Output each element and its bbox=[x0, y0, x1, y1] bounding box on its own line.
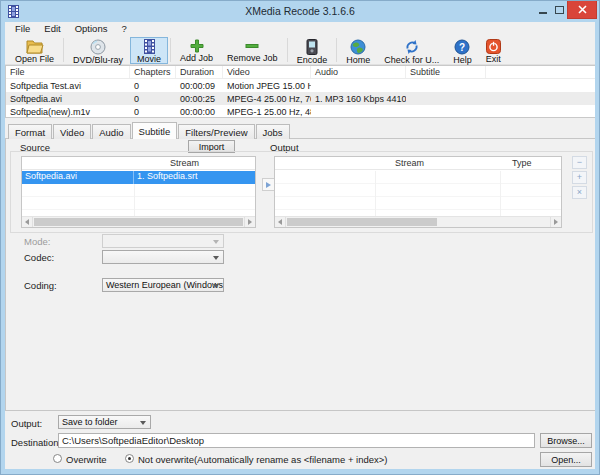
file-list-header: File Chapters Duration Video Audio Subti… bbox=[6, 66, 595, 79]
cell-audio: 1. MP3 160 Kbps 44100 H... bbox=[311, 94, 406, 104]
close-icon bbox=[578, 5, 587, 14]
source-horizontal-scrollbar[interactable] bbox=[22, 216, 255, 227]
globe-icon bbox=[350, 39, 366, 55]
stream-minus-button[interactable]: − bbox=[572, 156, 587, 169]
power-icon bbox=[486, 39, 501, 54]
remove-job-button[interactable]: Remove Job bbox=[220, 37, 285, 64]
menu-help[interactable]: ? bbox=[114, 22, 133, 36]
destination-field[interactable]: C:\Users\SoftpediaEditor\Desktop bbox=[58, 433, 535, 448]
column-header-chapters[interactable]: Chapters bbox=[130, 66, 176, 78]
not-overwrite-radio[interactable] bbox=[125, 454, 134, 463]
open-file-button[interactable]: Open File bbox=[8, 37, 61, 64]
dvd-bluray-button[interactable]: DVD/Blu-ray bbox=[66, 37, 130, 64]
film-strip-icon bbox=[144, 39, 155, 54]
source-stream-table: Stream Softpedia.avi 1. Softpedia.srt bbox=[21, 156, 256, 228]
mode-label: Mode: bbox=[24, 236, 50, 247]
destination-label: Destination: bbox=[11, 437, 61, 448]
stream-remove-button[interactable]: × bbox=[572, 186, 587, 199]
tab-filters-preview[interactable]: Filters/Preview bbox=[178, 124, 254, 139]
cell-video: Motion JPEG 15.00 Hz, 32... bbox=[223, 81, 311, 91]
menu-file[interactable]: File bbox=[8, 22, 37, 36]
tool-label: Open File bbox=[15, 54, 54, 64]
table-row[interactable]: Softpedia.avi 0 00:00:25 MPEG-4 25.00 Hz… bbox=[6, 92, 595, 105]
column-header-duration[interactable]: Duration bbox=[176, 66, 223, 78]
source-table-header[interactable]: Stream bbox=[22, 157, 255, 170]
stream-plus-button[interactable]: + bbox=[572, 171, 587, 184]
cell-duration: 00:00:00 bbox=[176, 107, 223, 117]
maximize-icon bbox=[555, 6, 564, 14]
codec-dropdown[interactable] bbox=[102, 250, 224, 264]
svg-text:?: ? bbox=[459, 42, 465, 53]
output-type-column[interactable]: Type bbox=[512, 158, 532, 168]
app-window: XMedia Recode 3.1.6.6 File Edit Options … bbox=[0, 0, 600, 475]
check-updates-button[interactable]: Check for U... bbox=[377, 37, 446, 64]
tab-audio[interactable]: Audio bbox=[92, 124, 130, 139]
home-button[interactable]: Home bbox=[339, 37, 377, 64]
toolbar-separator bbox=[63, 38, 64, 62]
tool-label: Check for U... bbox=[384, 55, 439, 65]
cell-duration: 00:00:25 bbox=[176, 94, 223, 104]
window-title: XMedia Recode 3.1.6.6 bbox=[1, 5, 599, 17]
open-button[interactable]: Open... bbox=[540, 452, 592, 467]
scroll-left-icon[interactable] bbox=[275, 217, 286, 227]
tool-label: Encode bbox=[297, 55, 328, 65]
scroll-right-icon[interactable] bbox=[244, 217, 255, 227]
maximize-button[interactable] bbox=[551, 1, 567, 19]
column-header-subtitle[interactable]: Subtitle bbox=[406, 66, 486, 78]
overwrite-radio[interactable] bbox=[53, 454, 62, 463]
exit-button[interactable]: Exit bbox=[479, 37, 508, 64]
selected-stream-row[interactable]: Softpedia.avi 1. Softpedia.srt bbox=[22, 171, 255, 184]
disc-icon bbox=[90, 39, 106, 55]
scroll-right-icon[interactable] bbox=[550, 217, 561, 227]
table-row[interactable]: Softpedia Test.avi 0 00:00:09 Motion JPE… bbox=[6, 79, 595, 92]
open-folder-icon bbox=[26, 39, 44, 54]
stream-group: Stream Softpedia.avi 1. Softpedia.srt bbox=[10, 151, 593, 233]
column-header-video[interactable]: Video bbox=[223, 66, 311, 78]
column-header-file[interactable]: File bbox=[6, 66, 130, 78]
not-overwrite-label[interactable]: Not overwrite(Automatically rename as <f… bbox=[138, 454, 388, 465]
coding-label: Coding: bbox=[24, 280, 57, 291]
table-row[interactable]: Softpedia(new).m1v 0 00:00:00 MPEG-1 25.… bbox=[6, 105, 595, 118]
cell-file: Softpedia(new).m1v bbox=[6, 107, 130, 117]
output-stream-table: Stream Type bbox=[274, 156, 562, 228]
movie-button[interactable]: Movie bbox=[130, 37, 168, 64]
close-button[interactable] bbox=[567, 1, 597, 19]
minimize-button[interactable] bbox=[535, 1, 551, 19]
source-stream-column[interactable]: Stream bbox=[170, 158, 199, 168]
output-horizontal-scrollbar[interactable] bbox=[275, 216, 561, 227]
menu-options[interactable]: Options bbox=[68, 22, 115, 36]
codec-label: Codec: bbox=[24, 252, 54, 263]
scrollbar-thumb[interactable] bbox=[287, 218, 437, 226]
output-table-header[interactable]: Stream Type bbox=[275, 157, 561, 170]
scrollbar-thumb[interactable] bbox=[34, 218, 243, 226]
cell-video: MPEG-1 25.00 Hz, 480 x 5... bbox=[223, 107, 311, 117]
column-header-audio[interactable]: Audio bbox=[311, 66, 406, 78]
browse-button[interactable]: Browse... bbox=[540, 433, 592, 448]
right-arrow-icon bbox=[266, 182, 271, 188]
tab-video[interactable]: Video bbox=[53, 124, 91, 139]
title-bar[interactable]: XMedia Recode 3.1.6.6 bbox=[1, 1, 599, 22]
encode-button[interactable]: Encode bbox=[290, 37, 335, 64]
coding-dropdown[interactable]: Western European (Windows-1252) bbox=[102, 278, 224, 292]
tab-jobs[interactable]: Jobs bbox=[256, 124, 290, 139]
scroll-left-icon[interactable] bbox=[22, 217, 33, 227]
tab-subtitle[interactable]: Subtitle bbox=[132, 122, 178, 139]
tool-label: Movie bbox=[137, 54, 161, 64]
help-button[interactable]: ? Help bbox=[446, 37, 479, 64]
minimize-icon bbox=[539, 12, 547, 14]
output-stream-column[interactable]: Stream bbox=[395, 158, 424, 168]
column-divider bbox=[500, 171, 501, 216]
cell-chapters: 0 bbox=[130, 81, 176, 91]
tool-label: DVD/Blu-ray bbox=[73, 55, 123, 65]
output-table-body bbox=[275, 171, 561, 216]
tab-format[interactable]: Format bbox=[8, 124, 52, 139]
add-job-button[interactable]: Add Job bbox=[173, 37, 220, 64]
bottom-bar: Output: Save to folder Destination: C:\U… bbox=[5, 411, 595, 469]
subtitle-tab-page: Source Import Output Stream Softpedia.av… bbox=[5, 138, 595, 411]
overwrite-label[interactable]: Overwrite bbox=[66, 454, 107, 465]
output-mode-dropdown[interactable]: Save to folder bbox=[58, 415, 151, 429]
source-stream-name: 1. Softpedia.srt bbox=[134, 171, 198, 184]
column-divider bbox=[375, 171, 376, 216]
output-side-buttons: − + × bbox=[572, 156, 587, 201]
menu-edit[interactable]: Edit bbox=[37, 22, 67, 36]
